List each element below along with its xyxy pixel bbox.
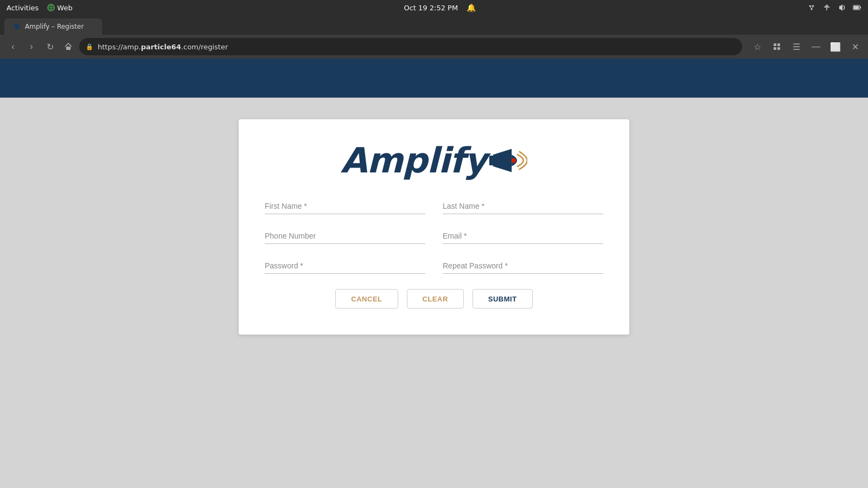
repeat-password-input[interactable] <box>443 259 603 274</box>
notification-bell-icon: 🔔 <box>467 3 476 12</box>
submit-button[interactable]: SUBMIT <box>473 289 533 309</box>
browser-chrome: Amplify – Register ‹ › ↻ 🔒 https://amp.p… <box>0 15 868 59</box>
password-input[interactable] <box>265 259 425 274</box>
form-row-password <box>265 259 603 274</box>
first-name-field <box>265 200 425 214</box>
form-buttons: CANCEL CLEAR SUBMIT <box>265 289 603 309</box>
maximize-button[interactable]: ⬜ <box>828 39 843 54</box>
volume-icon <box>838 3 846 12</box>
svg-point-10 <box>14 24 20 29</box>
clear-button[interactable]: CLEAR <box>407 289 464 309</box>
registration-card: Amplify <box>239 119 629 335</box>
activities-menu[interactable]: Activities <box>7 4 39 12</box>
email-field <box>443 229 603 244</box>
password-field <box>265 259 425 274</box>
home-button[interactable] <box>61 39 76 54</box>
forward-button[interactable]: › <box>24 39 39 54</box>
tab-label: Amplify – Register <box>25 23 84 30</box>
svg-rect-12 <box>774 43 776 46</box>
address-bar[interactable]: 🔒 https://amp.particle64.com/register <box>79 38 742 55</box>
active-tab[interactable]: Amplify – Register <box>4 18 102 35</box>
svg-point-17 <box>512 158 516 163</box>
page-header-band <box>0 59 868 98</box>
email-input[interactable] <box>443 229 603 244</box>
browser-tab-bar: Amplify – Register <box>0 15 868 35</box>
logo-area: Amplify <box>265 141 603 180</box>
browser-toolbar: ‹ › ↻ 🔒 https://amp.particle64.com/regis… <box>0 35 868 59</box>
cancel-button[interactable]: CANCEL <box>335 289 398 309</box>
datetime-display: Oct 19 2:52 PM <box>404 4 458 12</box>
first-name-input[interactable] <box>265 200 425 214</box>
menu-button[interactable]: ☰ <box>789 39 804 54</box>
svg-line-6 <box>812 6 813 9</box>
repeat-password-field <box>443 259 603 274</box>
web-icon <box>47 4 55 11</box>
phone-input[interactable] <box>265 229 425 244</box>
last-name-field <box>443 200 603 214</box>
svg-rect-8 <box>854 6 859 9</box>
os-top-bar: Activities Web Oct 19 2:52 PM 🔔 <box>0 0 868 15</box>
form-row-contact <box>265 229 603 244</box>
megaphone-icon <box>488 141 527 180</box>
reload-button[interactable]: ↻ <box>42 39 58 54</box>
svg-line-5 <box>810 6 812 9</box>
close-button[interactable]: ✕ <box>847 39 863 54</box>
svg-rect-16 <box>489 156 495 165</box>
last-name-input[interactable] <box>443 200 603 214</box>
url-display: https://amp.particle64.com/register <box>98 43 228 51</box>
bookmark-button[interactable]: ☆ <box>750 39 765 54</box>
minimize-button[interactable]: — <box>808 39 824 54</box>
tab-favicon <box>13 23 21 30</box>
phone-field <box>265 229 425 244</box>
battery-icon <box>853 3 861 12</box>
svg-rect-11 <box>66 47 71 50</box>
svg-rect-15 <box>777 47 780 50</box>
svg-rect-13 <box>777 43 780 46</box>
form-row-name <box>265 200 603 214</box>
svg-rect-9 <box>860 7 861 9</box>
airplane-icon <box>822 3 831 12</box>
page-content: Amplify <box>0 98 868 356</box>
logo-text: Amplify <box>341 143 486 178</box>
svg-rect-14 <box>774 47 776 50</box>
web-indicator: Web <box>47 4 72 12</box>
extensions-button[interactable] <box>769 39 784 54</box>
back-button[interactable]: ‹ <box>5 39 21 54</box>
lock-icon: 🔒 <box>86 43 93 50</box>
network-icon <box>807 3 816 12</box>
